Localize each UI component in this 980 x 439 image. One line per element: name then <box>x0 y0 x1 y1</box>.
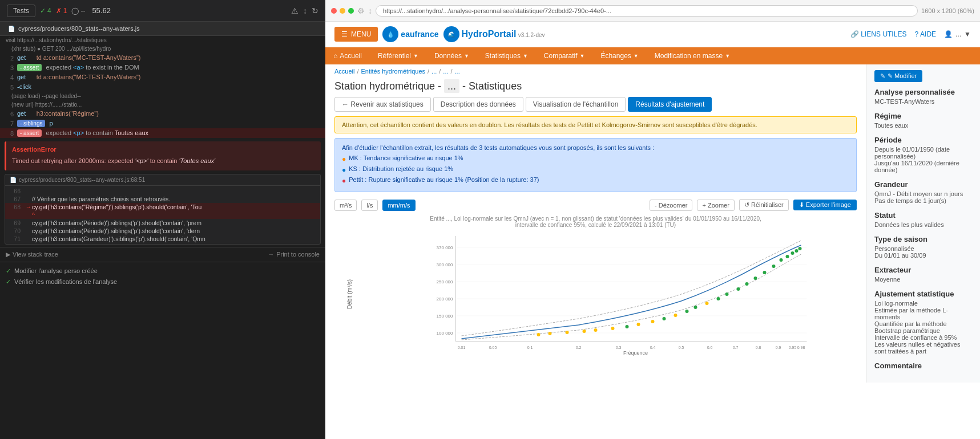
dezoom-btn[interactable]: - Dézoomer <box>650 200 692 211</box>
svg-text:100 000: 100 000 <box>437 331 453 336</box>
snippet-line-66: 66 <box>5 187 320 195</box>
user-area[interactable]: 👤 ... ▼ <box>944 30 971 38</box>
test-line-3: 3 - assert expected <a> to exist in the … <box>0 63 325 72</box>
data-point <box>626 325 629 328</box>
comparatif-chevron: ▼ <box>580 53 585 59</box>
svg-text:0.7: 0.7 <box>733 345 739 349</box>
browser-panel: ⚙ ↕ https://...stationhydro/.../analyse-… <box>325 0 980 439</box>
snippet-body: 66 67 // Vérifier que les paramètres cho… <box>5 186 320 244</box>
unit-m3s[interactable]: m³/s <box>334 200 357 211</box>
data-point <box>663 317 666 320</box>
forward-icon[interactable]: ↕ <box>368 6 372 15</box>
data-point <box>705 302 709 305</box>
reinitialiser-btn[interactable]: ↺ Réinitialiser <box>739 199 789 211</box>
new-url-line: (new url) https://....../statio... <box>0 100 325 109</box>
zoom-btn[interactable]: + Zoomer <box>697 200 734 211</box>
page-load-line: (page load) --page loaded-- <box>0 92 325 100</box>
maximize-btn[interactable] <box>348 8 354 14</box>
type-saison-title: Type de saison <box>874 235 972 243</box>
data-point <box>685 310 689 313</box>
svg-text:200 000: 200 000 <box>437 296 453 302</box>
unit-ls[interactable]: l/s <box>361 200 378 211</box>
ajustement-value2: Estimée par la méthode L-moments <box>874 307 972 320</box>
nav-comparatif[interactable]: Comparatif ▼ <box>536 47 593 64</box>
tab-description[interactable]: Description des données <box>433 97 523 112</box>
unit-mmms[interactable]: mm/m/s <box>382 200 415 211</box>
back-icon[interactable]: ⚙ <box>357 6 365 15</box>
sidebar-type-saison: Type de saison Personnalisée Du 01/01 au… <box>874 235 972 259</box>
sidebar-periode: Période Depuis le 01/01/1950 (date perso… <box>874 136 972 173</box>
chart-entity-text: Entité ..., Loi log-normale sur les QmnJ… <box>334 216 857 222</box>
hamburger-icon: ☰ <box>341 30 348 38</box>
nav-echanges[interactable]: Échanges ▼ <box>592 47 646 64</box>
modifier-btn[interactable]: ✎ ✎ Modifier <box>874 70 922 82</box>
error-title: AssertionError <box>12 146 315 153</box>
hydro-text: HydroPortail <box>462 29 517 39</box>
analyse-value: MC-TEST-AnyWaters <box>874 98 972 105</box>
liens-utiles-link[interactable]: 🔗 LIENS UTILES <box>850 30 906 38</box>
nav-modification[interactable]: Modification en masse ▼ <box>647 47 738 64</box>
menu-button[interactable]: ☰ MENU <box>334 27 378 42</box>
ajustement-title: Ajustement statistique <box>874 290 972 298</box>
svg-text:0.05: 0.05 <box>489 345 497 349</box>
snippet-line-71: 71 cy.get('h3:contains(Grandeur)').sibli… <box>5 235 320 243</box>
nav-accueil[interactable]: ⌂ Accueil <box>325 47 370 64</box>
test-panel: Tests ✓ 4 ✗ 1 ◯ -- 55.62 ⚠ ↕ ↻ 📄 cypress… <box>0 0 325 439</box>
tab-revenir[interactable]: ← Revenir aux statistiques <box>334 97 431 112</box>
right-sidebar: ✎ ✎ Modifier Analyse personnalisée MC-TE… <box>866 64 980 383</box>
eaufrance-logo: 💧 eaufrance <box>382 26 438 42</box>
snippet-header: 📄 cypress/producers/800_stats--any-water… <box>5 174 320 186</box>
data-point <box>754 277 757 280</box>
periode-value1: Depuis le 01/01/1950 (date personnalisée… <box>874 146 972 160</box>
pass-count: 4 <box>47 7 51 15</box>
info-banner: Afin d'étudier l'échantillon extrait, le… <box>334 138 857 192</box>
test-line-7: 7 - siblings p <box>0 119 325 128</box>
svg-text:0.6: 0.6 <box>707 345 713 349</box>
breadcrumb-accueil[interactable]: Accueil <box>334 68 354 75</box>
refresh-icon[interactable]: ↻ <box>312 6 318 15</box>
stack-trace-row: ▶ View stack trace → Print to console <box>0 247 325 262</box>
view-stack-trace-btn[interactable]: ▶ View stack trace <box>6 251 58 258</box>
nav-statistiques[interactable]: Statistiques ▼ <box>477 47 536 64</box>
url-bar[interactable]: https://...stationhydro/.../analyse-pers… <box>376 5 918 17</box>
print-to-console-btn[interactable]: → Print to console <box>268 251 320 258</box>
hydro-portail-logo: 🌊 HydroPortail v3.1.2-dev <box>443 26 545 42</box>
aide-link[interactable]: ? AIDE <box>914 30 936 38</box>
xhr-line: (xhr stub) ● GET 200 .../api/listes/hydr… <box>0 44 325 53</box>
snippet-file: cypress/producers/800_stats--any-waters.… <box>19 177 145 183</box>
page-title-area: Station hydrométrique - ... - Statistiqu… <box>325 78 866 97</box>
chart-wrapper: Débit (m³/s) <box>334 230 857 357</box>
minimize-btn[interactable] <box>340 8 345 14</box>
nav-donnees[interactable]: Données ▼ <box>426 47 477 64</box>
expand-icon: ▶ <box>6 251 10 258</box>
breadcrumb: Accueil / Entités hydrométriques / ... /… <box>325 64 866 78</box>
fail-count: 1 <box>63 7 67 15</box>
hp-header-right: 🔗 LIENS UTILES ? AIDE 👤 ... ▼ <box>850 30 971 38</box>
breadcrumb-item2[interactable]: ... <box>443 68 448 75</box>
test-topbar: Tests ✓ 4 ✗ 1 ◯ -- 55.62 ⚠ ↕ ↻ <box>0 0 325 22</box>
tab-visualisation[interactable]: Visualisation de l'échantillon <box>526 97 626 112</box>
statut-value: Données les plus valides <box>874 221 972 228</box>
breadcrumb-item1[interactable]: ... <box>431 68 437 75</box>
home-icon: ⌂ <box>333 52 337 60</box>
warning-banner: Attention, cet échantillon contient des … <box>334 116 857 133</box>
hp-logos: 💧 eaufrance 🌊 HydroPortail v3.1.2-dev <box>382 26 545 42</box>
close-btn[interactable] <box>331 8 337 14</box>
tests-button[interactable]: Tests <box>7 5 35 17</box>
breadcrumb-item3[interactable]: ... <box>455 68 460 75</box>
svg-text:0.4: 0.4 <box>650 345 656 349</box>
hp-header: ☰ MENU 💧 eaufrance 🌊 <box>325 22 980 47</box>
check-icon-1: ✓ <box>6 267 11 275</box>
tab-resultats[interactable]: Résultats d'ajustement <box>628 97 712 112</box>
svg-text:0.95: 0.95 <box>789 345 797 349</box>
data-point <box>737 287 740 291</box>
nav-referentiel[interactable]: Référentiel ▼ <box>370 47 426 64</box>
svg-text:250 000: 250 000 <box>437 279 453 284</box>
regime-title: Régime <box>874 112 972 120</box>
export-image-btn[interactable]: ⬇ Exporter l'image <box>793 200 857 210</box>
data-point <box>594 328 598 332</box>
eaufrance-text: eaufrance <box>401 30 438 39</box>
statistiques-chevron: ▼ <box>523 53 528 59</box>
breadcrumb-entites[interactable]: Entités hydrométriques <box>361 68 426 75</box>
svg-text:150 000: 150 000 <box>437 314 453 319</box>
